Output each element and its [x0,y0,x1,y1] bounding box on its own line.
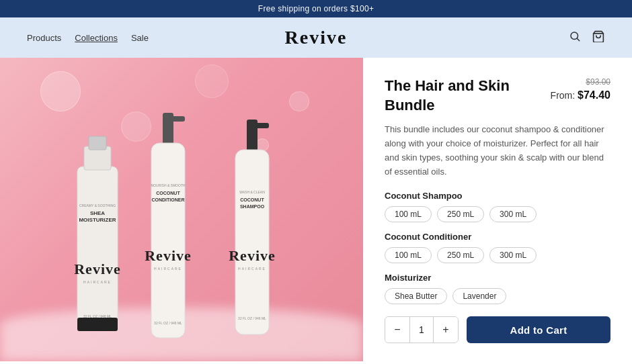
price-block: $93.00 From: $74.40 [551,77,610,103]
original-price: $93.00 [551,77,610,88]
product-options: Coconut Shampoo100 mL250 mL300 mLCoconut… [385,191,610,304]
promo-banner: Free shipping on orders $100+ [0,0,632,17]
product-details: $93.00 From: $74.40 The Hair and Skin Bu… [363,58,632,361]
svg-text:COCONUT: COCONUT [156,191,180,195]
option-group-1: Coconut Conditioner100 mL250 mL300 mL [385,232,610,263]
product-bottles: CREAMY & SOOTHING SHEA MOISTURIZER Reviv… [47,99,316,341]
price-value: $74.40 [578,89,610,101]
svg-point-0 [571,32,578,40]
svg-text:MOISTURIZER: MOISTURIZER [79,217,116,223]
nav-item-sale[interactable]: Sale [131,33,149,43]
quantity-value: 1 [409,316,434,343]
svg-text:32 FL OZ / 946 ML: 32 FL OZ / 946 ML [154,321,182,325]
option-buttons-1: 100 mL250 mL300 mL [385,247,610,263]
svg-rect-5 [89,136,106,150]
option-button-0-2[interactable]: 300 mL [489,206,537,222]
svg-rect-26 [235,150,269,334]
option-button-0-1[interactable]: 250 mL [437,206,484,222]
svg-text:HAIRCARE: HAIRCARE [83,280,112,284]
svg-line-1 [577,38,579,40]
main-content: CREAMY & SOOTHING SHEA MOISTURIZER Reviv… [0,58,632,361]
quantity-stepper[interactable]: − 1 + [385,316,459,343]
navigation: Products Collections Sale Revive [0,17,632,58]
svg-text:WASH & CLEAN: WASH & CLEAN [239,190,265,194]
svg-text:SHEA: SHEA [90,210,105,216]
nav-links: Products Collections Sale [27,33,149,43]
svg-text:SHAMPOO: SHAMPOO [240,204,265,209]
option-button-1-0[interactable]: 100 mL [385,247,432,263]
option-group-2: MoisturizerShea ButterLavender [385,273,610,304]
svg-text:CONDITIONER: CONDITIONER [152,197,185,202]
option-button-1-2[interactable]: 300 mL [489,247,537,263]
svg-text:CREAMY & SOOTHING: CREAMY & SOOTHING [79,203,116,208]
promo-text: Free shipping on orders $100+ [258,4,374,13]
svg-text:COCONUT: COCONUT [240,197,264,202]
nav-icon-group [569,30,605,46]
cart-row: − 1 + Add to Cart [385,316,610,343]
svg-rect-12 [77,318,118,331]
svg-rect-3 [77,167,118,328]
svg-text:Revive: Revive [229,247,276,264]
current-price: From: $74.40 [551,88,610,103]
option-label-2: Moisturizer [385,273,610,283]
svg-text:HAIRCARE: HAIRCARE [154,267,182,271]
svg-rect-16 [151,143,185,338]
nav-item-products[interactable]: Products [27,33,61,43]
nav-item-collections[interactable]: Collections [75,33,118,43]
option-button-1-1[interactable]: 250 mL [437,247,484,263]
option-buttons-0: 100 mL250 mL300 mL [385,206,610,222]
svg-text:Revive: Revive [145,247,192,264]
quantity-decrease-button[interactable]: − [385,316,409,343]
svg-rect-25 [249,123,269,128]
option-button-0-0[interactable]: 100 mL [385,206,432,222]
product-image-area: CREAMY & SOOTHING SHEA MOISTURIZER Reviv… [0,58,363,361]
site-logo[interactable]: Revive [285,27,348,48]
svg-text:NOURISH & SMOOTH: NOURISH & SMOOTH [151,183,186,187]
option-label-0: Coconut Shampoo [385,191,610,201]
svg-text:HAIRCARE: HAIRCARE [238,267,266,271]
price-from-label: From: [551,90,576,101]
option-buttons-2: Shea ButterLavender [385,288,610,304]
product-description: This bundle includes our coconut shampoo… [385,123,610,179]
option-button-2-1[interactable]: Lavender [452,288,506,304]
option-group-0: Coconut Shampoo100 mL250 mL300 mL [385,191,610,222]
svg-text:32 FL OZ / 946 ML: 32 FL OZ / 946 ML [238,316,266,320]
option-button-2-0[interactable]: Shea Butter [385,288,447,304]
svg-rect-15 [165,116,185,122]
quantity-increase-button[interactable]: + [434,316,458,343]
option-label-1: Coconut Conditioner [385,232,610,242]
search-icon[interactable] [569,30,581,46]
svg-text:Revive: Revive [74,261,121,277]
cart-icon[interactable] [592,30,605,46]
add-to-cart-button[interactable]: Add to Cart [467,316,610,343]
